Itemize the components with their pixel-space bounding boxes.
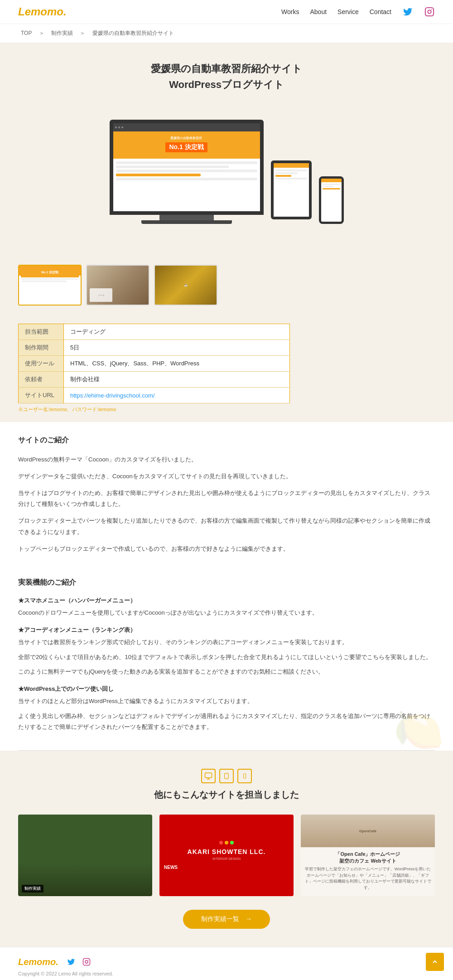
site-intro-p1: WordPressの無料テーマ「Cocoon」のカスタマイズを行いました。 bbox=[18, 454, 435, 466]
work-card-1[interactable]: 制作実績 bbox=[18, 815, 152, 896]
mock-dot-2 bbox=[118, 126, 120, 128]
thumbnail-3[interactable]: ☕ bbox=[154, 265, 217, 306]
lemon-watermark: 🍋 bbox=[393, 709, 444, 750]
footer-copyright: Copyright © 2022 Lemo All rights reserve… bbox=[18, 971, 435, 976]
site-intro-title: サイトのご紹介 bbox=[18, 436, 435, 447]
mock-dot-1 bbox=[115, 126, 117, 128]
feature-text-2: 当サイトでは教習所をランキング形式で紹介しており、そのランキングの表にアコーディ… bbox=[18, 637, 435, 648]
table-value: 5日 bbox=[64, 340, 290, 356]
table-row: 制作期間 5日 bbox=[19, 340, 290, 356]
monitor-icon bbox=[201, 769, 216, 783]
svg-point-1 bbox=[428, 10, 431, 13]
feature-item-1: ★スマホメニュー（ハンバーガーメニュー） Cocoonのドロワーメニューを使用し… bbox=[18, 597, 435, 619]
work-card-3[interactable]: OpenCafé 「Open Cafe」ホームページ架空のカフェ Webサイト … bbox=[301, 815, 435, 896]
mock-dot-3 bbox=[121, 126, 123, 128]
svg-point-2 bbox=[431, 9, 432, 10]
cafe-body: 「Open Cafe」ホームページ架空のカフェ Webサイト 学習で制作した架空… bbox=[301, 847, 435, 896]
footer-social bbox=[66, 956, 92, 967]
feature-title-3: ★WordPress上でのパーツ使い回し bbox=[18, 685, 435, 693]
table-row: 担当範囲 コーディング bbox=[19, 324, 290, 340]
nav-service[interactable]: Service bbox=[337, 8, 359, 15]
tablet-icon bbox=[219, 769, 234, 783]
breadcrumb-works[interactable]: 制作実績 bbox=[51, 30, 73, 36]
related-title: 他にもこんなサイトを担当しました bbox=[18, 789, 435, 801]
device-mockup-container: 愛媛県の自動車教習所 No.1 決定戦 bbox=[9, 106, 444, 247]
breadcrumb-current: 愛媛県の自動車教習所紹介サイト bbox=[92, 30, 174, 36]
akari-news: NEWS bbox=[164, 865, 178, 870]
hero-title: 愛媛県の自動車教習所紹介サイト WordPressブログサイト bbox=[9, 61, 444, 92]
cafe-card-desc: 学習で制作した架空カフェのホームページです。WordPressを用いたホームペー… bbox=[304, 866, 431, 891]
feature-text-2c: このように無料テーマでもjQueryを使った動きのある実装を追加することができま… bbox=[18, 666, 435, 678]
svg-rect-0 bbox=[425, 8, 434, 16]
thumbnail-1[interactable]: No.1 決定戦 bbox=[18, 265, 82, 306]
feature-title-1: ★スマホメニュー（ハンバーガーメニュー） bbox=[18, 597, 435, 605]
akari-mock: AKARI SHOWTEN LLC. INTERIOR DESIGN NEWS bbox=[159, 815, 294, 896]
features-title: 実装機能のご紹介 bbox=[18, 578, 435, 589]
breadcrumb-sep2: ＞ bbox=[80, 30, 85, 36]
twitter-icon[interactable] bbox=[402, 6, 413, 17]
desktop-stand bbox=[159, 215, 214, 220]
table-row: 依頼者 制作会社様 bbox=[19, 372, 290, 388]
desktop-screen: 愛媛県の自動車教習所 No.1 決定戦 bbox=[110, 120, 264, 215]
feature-text-3: 当サイトのほとんど部分はWordPress上で編集できるようにカスタマイズしてお… bbox=[18, 696, 435, 707]
mock-body bbox=[113, 159, 260, 184]
feature-item-3: ★WordPress上でのパーツ使い回し 当サイトのほとんど部分はWordPre… bbox=[18, 685, 435, 733]
tablet-mockup bbox=[271, 160, 312, 219]
mock-nav bbox=[113, 123, 260, 131]
work-card-image-2: AKARI SHOWTEN LLC. INTERIOR DESIGN NEWS bbox=[159, 815, 294, 896]
instagram-icon[interactable] bbox=[424, 6, 435, 17]
footer-twitter-icon[interactable] bbox=[66, 956, 77, 967]
feature-text-3b: よく使う見出しや囲み枠、セクションなどはデフォルトでデザインが適用れるようにカス… bbox=[18, 711, 435, 733]
footer-instagram-icon[interactable] bbox=[81, 956, 92, 967]
table-label: サイトURL bbox=[19, 388, 64, 403]
site-intro-section: サイトのご紹介 WordPressの無料テーマ「Cocoon」のカスタマイズを行… bbox=[0, 422, 453, 573]
site-url-link[interactable]: https://ehime-drivingschool.com/ bbox=[70, 392, 154, 399]
table-value: コーディング bbox=[64, 324, 290, 340]
svg-rect-8 bbox=[244, 774, 246, 778]
cafe-card-title: 「Open Cafe」ホームページ架空のカフェ Webサイト bbox=[304, 851, 431, 864]
desktop-screen-inner: 愛媛県の自動車教習所 No.1 決定戦 bbox=[113, 123, 260, 211]
desktop-base bbox=[141, 220, 232, 224]
header: Lemomo. Works About Service Contact bbox=[0, 0, 453, 24]
works-grid: 制作実績 AKARI SHOWTEN LLC. INTERI bbox=[18, 815, 435, 896]
nav-works[interactable]: Works bbox=[281, 8, 299, 15]
svg-point-12 bbox=[88, 960, 89, 961]
site-intro-p3: 当サイトはブログサイトのため、お客様で簡単にデザインされた見出しや囲み枠が使える… bbox=[18, 488, 435, 510]
table-value: https://ehime-drivingschool.com/ bbox=[64, 388, 290, 403]
related-section: 他にもこんなサイトを担当しました 制作実績 bbox=[0, 751, 453, 947]
scroll-to-top-button[interactable] bbox=[426, 953, 444, 971]
feature-title-2: ★アコーディオンメニュー（ランキング表） bbox=[18, 626, 435, 634]
related-icon-group bbox=[18, 769, 435, 783]
work-card-image-3: OpenCafé 「Open Cafe」ホームページ架空のカフェ Webサイト … bbox=[301, 815, 435, 896]
svg-point-11 bbox=[85, 961, 88, 963]
info-table: 担当範囲 コーディング 制作期間 5日 使用ツール HTML、CSS、jQuer… bbox=[18, 324, 290, 403]
nav-contact[interactable]: Contact bbox=[370, 8, 391, 15]
footer-top: Lemomo. bbox=[18, 956, 435, 967]
akari-logo: AKARI SHOWTEN LLC. bbox=[188, 848, 266, 855]
breadcrumb-sep1: ＞ bbox=[39, 30, 44, 36]
work-card-2[interactable]: AKARI SHOWTEN LLC. INTERIOR DESIGN NEWS bbox=[159, 815, 294, 896]
mock-hero-banner: 愛媛県の自動車教習所 No.1 決定戦 bbox=[113, 131, 260, 159]
header-logo[interactable]: Lemomo. bbox=[18, 5, 67, 18]
site-intro-p4: ブロックエディター上でパーツを複製したり追加したりできるので、お客様の方で編集画… bbox=[18, 515, 435, 538]
login-note: ※ユーザー名:lemomo、パスワード:lemomo bbox=[18, 406, 435, 413]
feature-item-2: ★アコーディオンメニュー（ランキング表） 当サイトでは教習所をランキング形式で紹… bbox=[18, 626, 435, 678]
cta-button[interactable]: 制作実績一覧 → bbox=[183, 910, 270, 929]
table-label: 使用ツール bbox=[19, 356, 64, 372]
footer-logo[interactable]: Lemomo. bbox=[18, 957, 58, 967]
phone-icon bbox=[237, 769, 252, 783]
table-value: HTML、CSS、jQuery、Sass、PHP、WordPress bbox=[64, 356, 290, 372]
tablet-screen bbox=[274, 163, 309, 217]
thumbnail-gallery: No.1 決定戦 ノート ☕ bbox=[0, 256, 453, 315]
cafe-mock: OpenCafé 「Open Cafe」ホームページ架空のカフェ Webサイト … bbox=[301, 815, 435, 896]
svg-rect-3 bbox=[205, 773, 212, 778]
breadcrumb-top[interactable]: TOP bbox=[21, 30, 32, 36]
thumbnail-2[interactable]: ノート bbox=[86, 265, 149, 306]
nav-about[interactable]: About bbox=[310, 8, 327, 15]
table-row: サイトURL https://ehime-drivingschool.com/ bbox=[19, 388, 290, 403]
info-section: 担当範囲 コーディング 制作期間 5日 使用ツール HTML、CSS、jQuer… bbox=[0, 315, 453, 422]
header-nav: Works About Service Contact bbox=[281, 6, 435, 17]
phone-mockup bbox=[319, 176, 344, 224]
cafe-logo: OpenCafé bbox=[359, 829, 376, 833]
akari-sub: INTERIOR DESIGN bbox=[212, 857, 241, 860]
